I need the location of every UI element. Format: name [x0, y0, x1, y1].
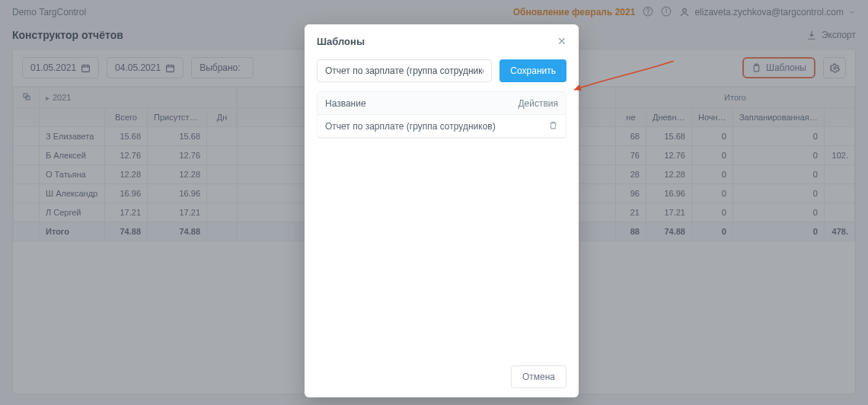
- cancel-button[interactable]: Отмена: [511, 365, 566, 388]
- templates-list: Название Действия Отчет по зарплате (гру…: [317, 91, 566, 139]
- template-name-input[interactable]: [317, 59, 492, 82]
- trash-icon[interactable]: [548, 122, 558, 132]
- modal-title: Шаблоны: [317, 36, 365, 47]
- template-row-name: Отчет по зарплате (группа сотрудников): [325, 121, 512, 132]
- col-name-header: Название: [325, 98, 512, 109]
- list-item[interactable]: Отчет по зарплате (группа сотрудников): [318, 115, 566, 138]
- templates-modal: Шаблоны ✕ Сохранить Название Действия От…: [305, 24, 579, 397]
- col-actions-header: Действия: [512, 98, 558, 109]
- close-icon[interactable]: ✕: [557, 35, 566, 47]
- save-button[interactable]: Сохранить: [499, 59, 566, 82]
